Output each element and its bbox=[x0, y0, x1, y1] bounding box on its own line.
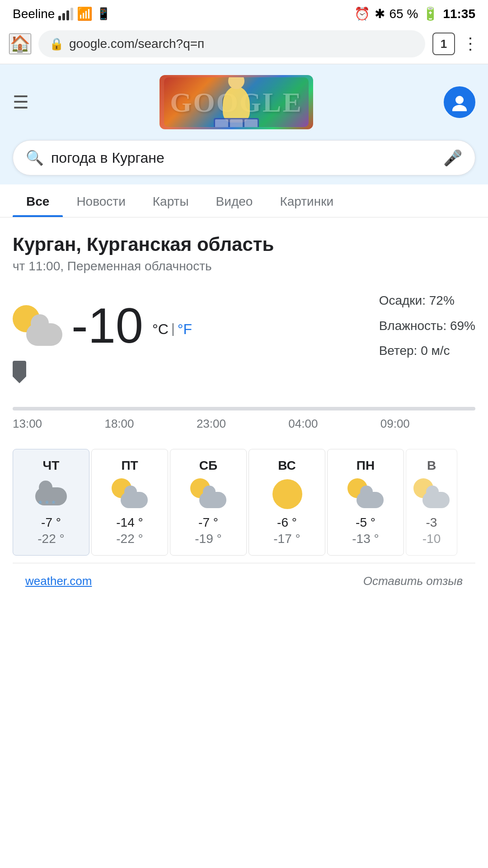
forecast-icon-thu: * * * bbox=[33, 478, 69, 510]
whatsapp-icon: 📱 bbox=[96, 7, 111, 21]
timeline-track bbox=[13, 407, 475, 410]
weather-widget: Курган, Курганская область чт 11:00, Пер… bbox=[0, 217, 488, 602]
google-doodle[interactable]: GOOGLE bbox=[160, 75, 313, 129]
forecast-icon-sat bbox=[190, 478, 226, 510]
fahrenheit-unit[interactable]: °F bbox=[178, 321, 192, 338]
tab-images[interactable]: Картинки bbox=[266, 184, 347, 217]
timeline-bar[interactable] bbox=[13, 380, 475, 410]
alarm-icon: ⏰ bbox=[354, 6, 370, 21]
svg-point-0 bbox=[455, 96, 464, 104]
tab-all[interactable]: Все bbox=[13, 184, 63, 217]
browser-toolbar: 🏠 🔒 google.com/search?q=п 1 ⋮ bbox=[9, 30, 479, 57]
bluetooth-icon: ✱ bbox=[375, 6, 385, 21]
time-display: 11:35 bbox=[443, 7, 475, 21]
forecast-icon-fri bbox=[112, 478, 148, 510]
search-bar[interactable]: 🔍 погода в Кургане 🎤 bbox=[13, 140, 475, 175]
home-button[interactable]: 🏠 bbox=[9, 33, 31, 54]
forecast-day-sat[interactable]: СБ -7 ° -19 ° bbox=[170, 449, 247, 556]
tab-maps[interactable]: Карты bbox=[139, 184, 202, 217]
lock-icon: 🔒 bbox=[49, 37, 64, 51]
timeline-label-1: 18:00 bbox=[104, 417, 134, 431]
forecast-icon-extra bbox=[413, 478, 450, 510]
forecast-day-sun[interactable]: ВС -6 ° -17 ° bbox=[249, 449, 325, 556]
timeline-label-3: 04:00 bbox=[288, 417, 318, 431]
forecast-day-fri[interactable]: ПТ -14 ° -22 ° bbox=[91, 449, 168, 556]
browser-menu-button[interactable]: ⋮ bbox=[462, 34, 479, 53]
hourly-timeline[interactable]: 13:00 18:00 23:00 04:00 09:00 | bbox=[13, 380, 475, 435]
carrier-name: Beeline bbox=[13, 7, 55, 21]
weather-location: Курган, Курганская область bbox=[13, 234, 475, 255]
forecast-icon-sun bbox=[269, 478, 305, 510]
hamburger-menu-icon[interactable]: ☰ bbox=[13, 92, 29, 113]
weekly-forecast: ЧТ * * * -7 ° -22 ° ПТ -14 ° -22 ° СБ bbox=[0, 449, 488, 556]
timeline-labels: 13:00 18:00 23:00 04:00 09:00 | bbox=[13, 417, 475, 431]
forecast-day-extra[interactable]: В -3 -10 bbox=[406, 449, 457, 556]
status-right: ⏰ ✱ 65 % 🔋 11:35 bbox=[354, 6, 475, 21]
url-bar[interactable]: 🔒 google.com/search?q=п bbox=[38, 30, 425, 57]
status-bar: Beeline 📶 📱 ⏰ ✱ 65 % 🔋 11:35 bbox=[0, 0, 488, 26]
timeline-thumb bbox=[13, 361, 26, 383]
weather-subtitle: чт 11:00, Переменная облачность bbox=[13, 259, 475, 274]
user-avatar[interactable] bbox=[444, 86, 475, 118]
forecast-icon-mon bbox=[347, 478, 384, 510]
temperature-display: -10 bbox=[71, 301, 143, 350]
svg-point-1 bbox=[452, 105, 467, 111]
weather-details: Осадки: 72% Влажность: 69% Ветер: 0 м/с bbox=[379, 290, 475, 362]
forecast-day-mon[interactable]: ПН -5 ° -13 ° bbox=[327, 449, 404, 556]
battery-level: 65 % bbox=[389, 7, 418, 21]
humidity-label: Влажность: 69% bbox=[379, 315, 475, 337]
tab-count-button[interactable]: 1 bbox=[432, 33, 455, 55]
unit-separator: | bbox=[171, 321, 175, 336]
forecast-day-thu[interactable]: ЧТ * * * -7 ° -22 ° bbox=[13, 449, 89, 556]
search-icon: 🔍 bbox=[26, 149, 44, 166]
weather-left: -10 °C | °F bbox=[13, 301, 379, 350]
current-weather-icon bbox=[13, 305, 62, 346]
celsius-unit[interactable]: °C bbox=[152, 321, 169, 338]
weather-footer: weather.com Оставить отзыв bbox=[13, 563, 475, 602]
browser-chrome: 🏠 🔒 google.com/search?q=п 1 ⋮ bbox=[0, 26, 488, 64]
status-left: Beeline 📶 📱 bbox=[13, 6, 111, 21]
tab-video[interactable]: Видео bbox=[202, 184, 267, 217]
url-text: google.com/search?q=п bbox=[69, 37, 414, 51]
search-query-text: погода в Кургане bbox=[51, 150, 436, 166]
microphone-icon[interactable]: 🎤 bbox=[443, 149, 462, 167]
precipitation-label: Осадки: 72% bbox=[379, 290, 475, 311]
timeline-label-2: 23:00 bbox=[197, 417, 226, 431]
signal-bars bbox=[58, 8, 73, 20]
tab-news[interactable]: Новости bbox=[63, 184, 139, 217]
temperature-units: °C | °F bbox=[152, 321, 192, 338]
weather-main: -10 °C | °F Осадки: 72% Влажность: 69% В… bbox=[13, 290, 475, 362]
feedback-link[interactable]: Оставить отзыв bbox=[363, 574, 463, 588]
timeline-label-0: 13:00 bbox=[13, 417, 42, 431]
timeline-label-4: 09:00 bbox=[380, 417, 410, 431]
temperature-value: -10 bbox=[71, 297, 143, 353]
wind-label: Ветер: 0 м/с bbox=[379, 340, 475, 362]
battery-icon: 🔋 bbox=[422, 6, 438, 21]
filter-tabs: Все Новости Карты Видео Картинки bbox=[0, 184, 488, 217]
google-header: ☰ GOOGLE bbox=[0, 64, 488, 140]
weather-source-link[interactable]: weather.com bbox=[25, 574, 92, 588]
wifi-icon: 📶 bbox=[77, 6, 93, 21]
search-bar-wrapper: 🔍 погода в Кургане 🎤 bbox=[0, 140, 488, 184]
